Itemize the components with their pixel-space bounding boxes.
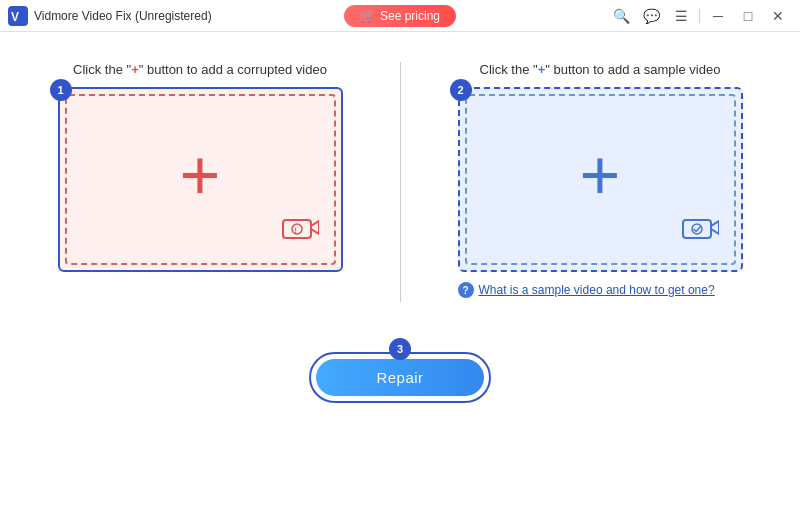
step-number-2: 2	[450, 79, 472, 101]
sample-panel[interactable]: 2 +	[458, 87, 743, 272]
cart-icon: 🛒	[360, 9, 375, 23]
see-pricing-button[interactable]: 🛒 See pricing	[344, 5, 456, 27]
sample-camera-icon	[681, 213, 719, 248]
svg-rect-5	[683, 220, 711, 238]
title-center-area: 🛒 See pricing	[344, 5, 456, 27]
corrupted-plus-highlight: +	[131, 62, 139, 77]
svg-rect-2	[283, 220, 311, 238]
help-link[interactable]: What is a sample video and how to get on…	[479, 283, 715, 297]
corrupted-panel-wrapper: Click the "+" button to add a corrupted …	[40, 62, 360, 272]
chat-icon[interactable]: 💬	[637, 2, 665, 30]
step-number-3: 3	[389, 338, 411, 360]
close-button[interactable]: ✕	[764, 2, 792, 30]
title-bar: V Vidmore Video Fix (Unregistered) 🛒 See…	[0, 0, 800, 32]
corrupted-instruction: Click the "+" button to add a corrupted …	[73, 62, 327, 77]
repair-section: 3 Repair	[309, 352, 490, 403]
sample-plus-icon: +	[580, 140, 621, 210]
title-separator	[699, 9, 700, 23]
svg-text:V: V	[11, 10, 19, 24]
svg-point-6	[692, 224, 702, 234]
corrupted-panel[interactable]: 1 + !	[58, 87, 343, 272]
app-title: Vidmore Video Fix (Unregistered)	[34, 9, 212, 23]
corrupted-plus-icon: +	[180, 140, 221, 210]
search-icon[interactable]: 🔍	[607, 2, 635, 30]
minimize-button[interactable]: ─	[704, 2, 732, 30]
sample-panel-wrapper: Click the "+" button to add a sample vid…	[440, 62, 760, 298]
menu-icon[interactable]: ☰	[667, 2, 695, 30]
repair-button[interactable]: Repair	[316, 359, 483, 396]
see-pricing-label: See pricing	[380, 9, 440, 23]
maximize-button[interactable]: □	[734, 2, 762, 30]
sample-plus-highlight: +	[538, 62, 546, 77]
title-left: V Vidmore Video Fix (Unregistered)	[8, 6, 212, 26]
help-icon: ?	[458, 282, 474, 298]
step-number-1: 1	[50, 79, 72, 101]
help-link-row: ? What is a sample video and how to get …	[458, 282, 743, 298]
panels-divider	[400, 62, 401, 302]
title-right: 🔍 💬 ☰ ─ □ ✕	[607, 2, 792, 30]
app-logo: V	[8, 6, 28, 26]
svg-point-3	[292, 224, 302, 234]
svg-text:!: !	[294, 227, 296, 234]
sample-instruction: Click the "+" button to add a sample vid…	[480, 62, 721, 77]
panels-row: Click the "+" button to add a corrupted …	[40, 62, 760, 302]
main-content: Click the "+" button to add a corrupted …	[0, 32, 800, 515]
corrupted-camera-icon: !	[281, 213, 319, 248]
